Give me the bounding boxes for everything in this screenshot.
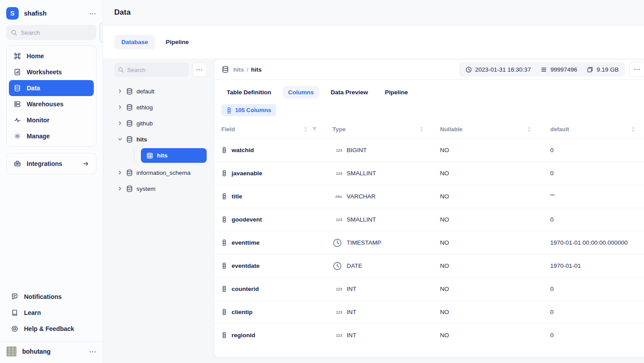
cell-field: clientip xyxy=(221,309,332,316)
chevron-right-icon xyxy=(117,120,123,126)
sidebar-item-label: Data xyxy=(27,85,40,92)
cell-default: 0 xyxy=(550,147,644,153)
clock-icon xyxy=(465,66,472,73)
search-icon xyxy=(118,67,124,73)
column-row-goodevent[interactable]: goodevent123SMALLINTNO0 xyxy=(214,208,644,231)
column-row-regionid[interactable]: regionid123INTNO0 xyxy=(214,323,644,347)
tree-search-input[interactable] xyxy=(127,67,185,73)
sort-icon[interactable] xyxy=(303,126,308,133)
cell-nullable: NO xyxy=(440,286,550,292)
tree-item-default[interactable]: default xyxy=(114,83,207,99)
column-row-watchid[interactable]: watchid123BIGINTNO0 xyxy=(214,138,644,161)
column-icon xyxy=(221,332,227,339)
sidebar-item-home[interactable]: Home xyxy=(9,48,94,64)
columns-count-label: 105 Columns xyxy=(235,107,271,113)
cell-type: 123INT xyxy=(332,332,440,339)
cell-field: watchid xyxy=(221,147,332,154)
column-row-counterid[interactable]: counterid123INTNO0 xyxy=(214,277,644,300)
tree-item-label: github xyxy=(136,120,153,127)
workspace-switcher[interactable]: S shafish ··· xyxy=(6,7,96,20)
gear-icon xyxy=(13,132,21,140)
tree-menu-button[interactable]: ··· xyxy=(192,63,207,77)
cell-type: AbcVARCHAR xyxy=(332,193,440,200)
tree-item-github[interactable]: github xyxy=(114,115,207,131)
sort-icon[interactable] xyxy=(631,126,636,133)
cell-nullable: NO xyxy=(440,239,550,246)
tree-database-icon xyxy=(126,169,133,177)
table-tab-data-preview[interactable]: Data Preview xyxy=(325,86,373,99)
sidebar-search-input[interactable] xyxy=(21,29,100,36)
sidebar-item-learn[interactable]: Learn xyxy=(6,305,96,321)
sidebar-item-label: Worksheets xyxy=(27,69,62,76)
table-grid-icon xyxy=(146,152,153,159)
column-icon xyxy=(221,286,227,293)
header-default: default xyxy=(550,126,569,133)
table-tab-table-definition[interactable]: Table Definition xyxy=(221,86,276,99)
sidebar-item-label: Manage xyxy=(27,133,50,140)
breadcrumb-database[interactable]: hits xyxy=(233,66,244,73)
tree-item-system[interactable]: system xyxy=(114,181,207,197)
sort-icon[interactable] xyxy=(527,126,532,133)
sidebar-item-help-feedback[interactable]: Help & Feedback xyxy=(6,321,96,337)
cell-field: eventdate xyxy=(221,262,332,270)
column-row-title[interactable]: titleAbcVARCHARNO"" xyxy=(214,185,644,208)
cell-field: javaenable xyxy=(221,170,332,177)
field-name: clientip xyxy=(232,309,252,315)
tree-item-hits[interactable]: hits xyxy=(114,131,207,147)
type-name: INT xyxy=(347,286,356,292)
sort-icon[interactable] xyxy=(419,126,424,133)
column-icon xyxy=(221,309,227,316)
cell-default: "" xyxy=(550,193,644,200)
tree-item-label: system xyxy=(136,186,156,192)
sidebar-item-warehouses[interactable]: Warehouses xyxy=(9,96,94,112)
cell-default: 0 xyxy=(550,309,644,315)
table-tab-pipeline[interactable]: Pipeline xyxy=(380,86,413,99)
monitor-icon xyxy=(13,116,21,124)
type-name: INT xyxy=(347,309,356,315)
sidebar: S shafish ··· ⌘ + K HomeWorksheetsDataWa… xyxy=(0,0,103,363)
column-row-eventtime[interactable]: eventtimeTIMESTAMPNO1970-01-01 00:00:00.… xyxy=(214,231,644,254)
filter-icon[interactable] xyxy=(312,126,317,132)
user-menu-icon[interactable]: ··· xyxy=(89,348,96,355)
tab-database[interactable]: Database xyxy=(114,35,155,49)
workspace-menu-icon[interactable]: ··· xyxy=(89,10,96,17)
column-icon xyxy=(221,262,227,270)
sidebar-item-worksheets[interactable]: Worksheets xyxy=(9,64,94,80)
integrations-card: Integrations xyxy=(6,153,96,174)
sidebar-item-notifications[interactable]: Notifications xyxy=(6,289,96,305)
cell-type: 123SMALLINT xyxy=(332,170,440,177)
user-row[interactable]: bohutang ··· xyxy=(6,346,96,357)
sidebar-item-monitor[interactable]: Monitor xyxy=(9,112,94,128)
sidebar-search[interactable]: ⌘ + K xyxy=(6,25,96,40)
table-actions-button[interactable]: ··· xyxy=(629,62,644,77)
tab-pipeline[interactable]: Pipeline xyxy=(159,35,196,49)
sidebar-item-manage[interactable]: Manage xyxy=(9,128,94,144)
tree-database-icon xyxy=(126,120,133,127)
tree-item-label: default xyxy=(136,88,155,95)
sidebar-nav: HomeWorksheetsDataWarehousesMonitorManag… xyxy=(6,45,96,147)
sidebar-item-data[interactable]: Data xyxy=(9,80,94,96)
rows-icon xyxy=(540,66,547,73)
sidebar-footer-nav: NotificationsLearnHelp & Feedback xyxy=(6,289,96,337)
column-icon xyxy=(226,107,232,113)
tree-table-hits[interactable]: hits xyxy=(141,148,207,163)
column-row-javaenable[interactable]: javaenable123SMALLINTNO0 xyxy=(214,161,644,185)
column-row-eventdate[interactable]: eventdateDATENO1970-01-01 xyxy=(214,254,644,277)
tree-item-information_schema[interactable]: information_schema xyxy=(114,165,207,181)
cell-nullable: NO xyxy=(440,262,550,269)
column-row-clientip[interactable]: clientip123INTNO0 xyxy=(214,300,644,323)
meta-row-count: 99997496 xyxy=(540,66,577,73)
type-name: BIGINT xyxy=(347,147,367,153)
field-name: eventdate xyxy=(232,262,260,269)
workspace-logo: S xyxy=(6,7,19,20)
sidebar-item-integrations[interactable]: Integrations xyxy=(9,156,94,172)
tree-item-ethlog[interactable]: ethlog xyxy=(114,99,207,115)
cell-default: 0 xyxy=(550,216,644,223)
time-kind-icon xyxy=(332,261,342,271)
meta-size: 9.19 GB xyxy=(587,66,619,73)
meta-updated: 2023-01-31 16:30:37 xyxy=(465,66,531,73)
tree-database-icon xyxy=(126,104,133,111)
sidebar-item-label: Integrations xyxy=(27,160,62,167)
table-tab-columns[interactable]: Columns xyxy=(283,86,319,99)
tree-search[interactable] xyxy=(114,63,189,77)
